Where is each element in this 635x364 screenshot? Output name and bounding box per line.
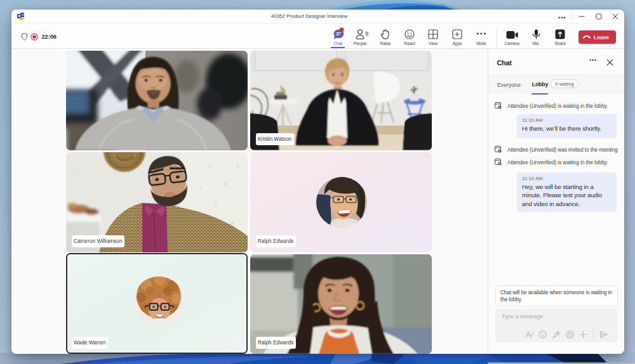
svg-text:9: 9 [365, 30, 368, 37]
